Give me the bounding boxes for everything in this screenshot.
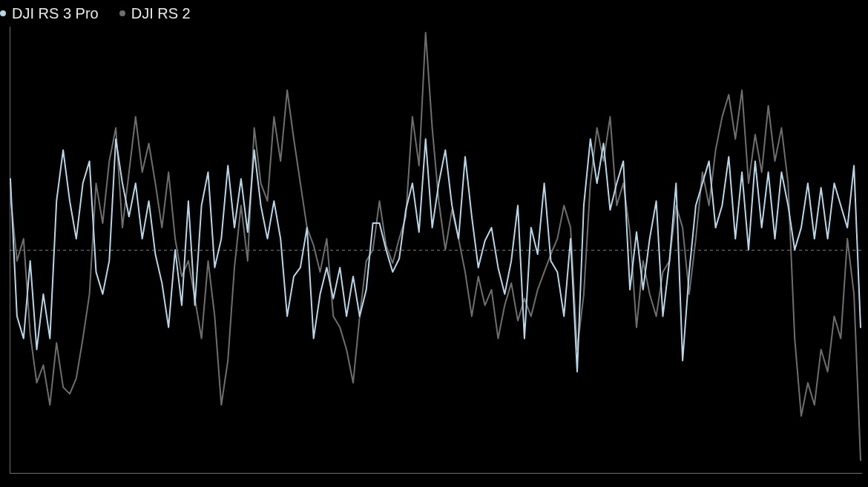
chart-legend: DJI RS 3 Pro DJI RS 2 (0, 0, 868, 24)
legend-label: DJI RS 3 Pro (12, 5, 99, 22)
chart-container: DJI RS 3 Pro DJI RS 2 (0, 0, 868, 487)
legend-item-series-1: DJI RS 3 Pro (0, 5, 99, 22)
legend-item-series-2: DJI RS 2 (119, 5, 191, 22)
series-line (10, 139, 861, 372)
legend-swatch-icon (0, 10, 6, 16)
legend-swatch-icon (119, 10, 125, 16)
chart-plot-area (9, 27, 862, 480)
chart-svg (9, 27, 862, 480)
legend-label: DJI RS 2 (131, 5, 191, 22)
series-line (10, 33, 861, 460)
